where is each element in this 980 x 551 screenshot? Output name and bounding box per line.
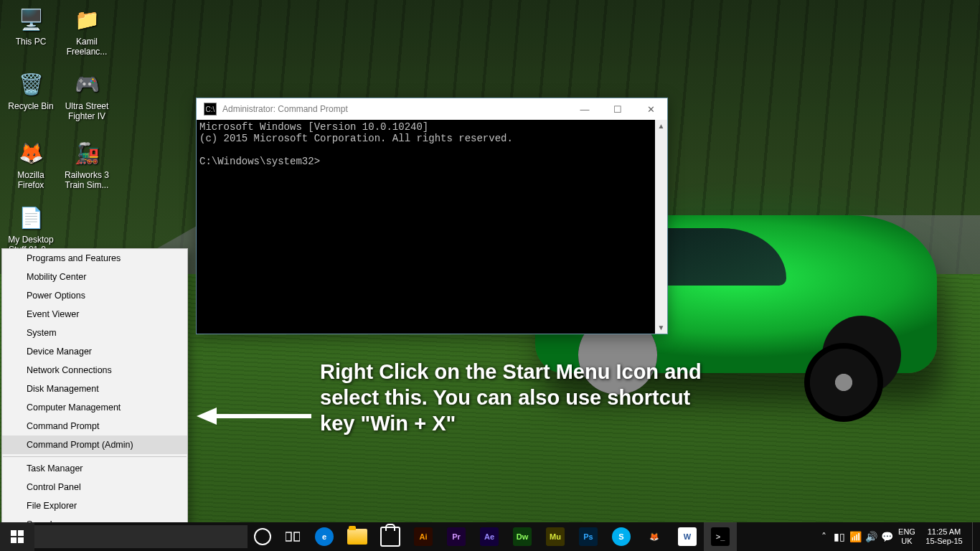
menu-item-disk-management[interactable]: Disk Management bbox=[2, 380, 187, 398]
svg-rect-6 bbox=[286, 532, 291, 541]
taskbar-app-pr[interactable]: Pr bbox=[440, 522, 473, 551]
skype-icon: S bbox=[612, 527, 631, 546]
taskbar-app-store[interactable] bbox=[374, 522, 407, 551]
menu-item-control-panel[interactable]: Control Panel bbox=[2, 478, 187, 496]
desktop-icon-my-desktop-stuff[interactable]: 📄 My Desktop Stuff 01-0... bbox=[4, 202, 57, 255]
desktop-icon-this-pc[interactable]: 🖥️ This PC bbox=[4, 4, 57, 47]
document-icon: 📄 bbox=[16, 202, 46, 232]
desktop-icon-label: Mozilla Firefox bbox=[4, 170, 57, 190]
taskbar-search[interactable] bbox=[34, 525, 248, 548]
ae-icon: Ae bbox=[480, 527, 499, 546]
desktop-icon-label: This PC bbox=[4, 37, 57, 47]
maximize-button[interactable]: ☐ bbox=[601, 98, 634, 120]
ai-icon: Ai bbox=[414, 527, 433, 546]
desktop-icon-folder-kamil[interactable]: 📁 Kamil Freelanc... bbox=[60, 4, 113, 57]
minimize-button[interactable]: — bbox=[568, 98, 601, 120]
taskbar-app-edge[interactable]: e bbox=[308, 522, 341, 551]
svg-rect-4 bbox=[11, 537, 17, 543]
taskbar-app-cmd[interactable]: >_ bbox=[704, 522, 737, 551]
scroll-down-icon[interactable]: ▼ bbox=[655, 321, 667, 334]
game-icon: 🎮 bbox=[72, 69, 102, 99]
taskbar-app-ai[interactable]: Ai bbox=[407, 522, 440, 551]
system-tray: ˄ ▮▯ 📶 🔊 💬 ENG UK 11:25 AM 15-Sep-15 bbox=[816, 522, 980, 551]
taskbar-app-ae[interactable]: Ae bbox=[473, 522, 506, 551]
scrollbar[interactable]: ▲ ▼ bbox=[655, 120, 667, 334]
command-prompt-window[interactable]: C:\ Administrator: Command Prompt — ☐ ✕ … bbox=[196, 98, 668, 334]
winx-context-menu[interactable]: Programs and FeaturesMobility CenterPowe… bbox=[1, 248, 188, 551]
scroll-up-icon[interactable]: ▲ bbox=[655, 120, 667, 132]
taskbar-app-word[interactable]: W bbox=[671, 522, 704, 551]
edge-icon: e bbox=[315, 527, 334, 546]
menu-separator bbox=[3, 456, 187, 457]
menu-item-command-prompt[interactable]: Command Prompt bbox=[2, 417, 187, 435]
window-title: Administrator: Command Prompt bbox=[222, 104, 348, 114]
mu-icon: Mu bbox=[546, 527, 565, 546]
svg-rect-3 bbox=[18, 530, 24, 536]
window-titlebar[interactable]: C:\ Administrator: Command Prompt — ☐ ✕ bbox=[197, 98, 667, 120]
menu-item-system[interactable]: System bbox=[2, 324, 187, 342]
firefox-icon: 🦊 bbox=[645, 527, 664, 546]
menu-item-command-prompt-admin[interactable]: Command Prompt (Admin) bbox=[2, 435, 187, 454]
close-button[interactable]: ✕ bbox=[634, 98, 667, 120]
menu-item-mobility-center[interactable]: Mobility Center bbox=[2, 268, 187, 286]
desktop-icon-label: Railworks 3 Train Sim... bbox=[60, 170, 113, 190]
desktop-icon-label: Kamil Freelanc... bbox=[60, 37, 113, 57]
action-center-icon[interactable]: 💬 bbox=[879, 531, 895, 542]
folder-icon bbox=[347, 529, 367, 545]
task-view-button[interactable] bbox=[278, 522, 308, 551]
desktop-icon-usf4[interactable]: 🎮 Ultra Street Fighter IV bbox=[60, 69, 113, 121]
svg-rect-7 bbox=[294, 532, 300, 541]
taskbar-app-mu[interactable]: Mu bbox=[539, 522, 572, 551]
firefox-icon: 🦊 bbox=[16, 138, 46, 168]
train-icon: 🚂 bbox=[72, 138, 102, 168]
taskbar-app-firefox[interactable]: 🦊 bbox=[638, 522, 671, 551]
menu-item-file-explorer[interactable]: File Explorer bbox=[2, 496, 187, 515]
desktop-icon-recycle-bin[interactable]: 🗑️ Recycle Bin bbox=[4, 69, 57, 111]
ps-icon: Ps bbox=[579, 527, 598, 546]
taskbar: eAiPrAeDwMuPsS🦊W>_ ˄ ▮▯ 📶 🔊 💬 ENG UK 11:… bbox=[0, 522, 980, 551]
battery-icon[interactable]: ▮▯ bbox=[831, 531, 847, 542]
taskbar-app-dw[interactable]: Dw bbox=[506, 522, 539, 551]
menu-item-event-viewer[interactable]: Event Viewer bbox=[2, 305, 187, 324]
svg-rect-5 bbox=[18, 537, 24, 543]
taskbar-app-file-explorer[interactable] bbox=[341, 522, 374, 551]
menu-item-power-options[interactable]: Power Options bbox=[2, 286, 187, 305]
store-icon bbox=[380, 527, 400, 547]
pr-icon: Pr bbox=[447, 527, 466, 546]
annotation-text: Right Click on the Start Menu Icon and s… bbox=[320, 359, 722, 436]
folder-icon: 📁 bbox=[72, 4, 102, 34]
svg-rect-2 bbox=[11, 530, 17, 536]
wifi-icon[interactable]: 📶 bbox=[847, 531, 863, 542]
monitor-icon: 🖥️ bbox=[16, 4, 46, 34]
cortana-button[interactable] bbox=[248, 522, 278, 551]
menu-item-programs-and-features[interactable]: Programs and Features bbox=[2, 249, 187, 268]
menu-item-device-manager[interactable]: Device Manager bbox=[2, 342, 187, 361]
desktop-icon-label: Recycle Bin bbox=[4, 101, 57, 111]
task-view-icon bbox=[286, 531, 300, 542]
menu-item-task-manager[interactable]: Task Manager bbox=[2, 459, 187, 478]
word-icon: W bbox=[678, 527, 697, 546]
clock[interactable]: 11:25 AM 15-Sep-15 bbox=[919, 527, 969, 546]
windows-logo-icon bbox=[11, 530, 24, 543]
start-button[interactable] bbox=[0, 522, 34, 551]
cortana-icon bbox=[254, 528, 271, 545]
desktop-icon-railworks[interactable]: 🚂 Railworks 3 Train Sim... bbox=[60, 138, 113, 190]
menu-item-network-connections[interactable]: Network Connections bbox=[2, 361, 187, 380]
tray-overflow-icon[interactable]: ˄ bbox=[816, 531, 831, 542]
menu-item-computer-management[interactable]: Computer Management bbox=[2, 398, 187, 417]
show-desktop-button[interactable] bbox=[972, 522, 977, 551]
volume-icon[interactable]: 🔊 bbox=[863, 531, 879, 542]
cmd-icon: C:\ bbox=[204, 103, 217, 116]
taskbar-app-ps[interactable]: Ps bbox=[572, 522, 605, 551]
recycle-bin-icon: 🗑️ bbox=[16, 69, 46, 99]
cmd-icon: >_ bbox=[711, 527, 730, 546]
taskbar-app-skype[interactable]: S bbox=[605, 522, 638, 551]
language-indicator[interactable]: ENG UK bbox=[895, 527, 919, 546]
desktop-icon-firefox[interactable]: 🦊 Mozilla Firefox bbox=[4, 138, 57, 190]
desktop-icon-label: Ultra Street Fighter IV bbox=[60, 101, 113, 121]
dw-icon: Dw bbox=[513, 527, 532, 546]
terminal-output[interactable]: Microsoft Windows [Version 10.0.10240] (… bbox=[197, 120, 667, 334]
